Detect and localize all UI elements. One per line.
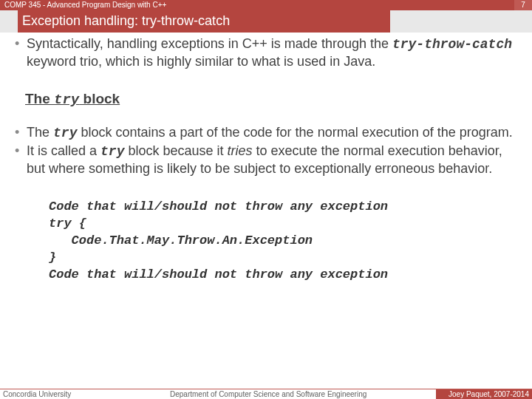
bullet-text: The try block contains a part of the cod… xyxy=(27,124,517,142)
footer-mid: Department of Computer Science and Softw… xyxy=(148,390,436,398)
section-heading: The try block xyxy=(25,90,517,109)
bullet-marker: • xyxy=(15,143,27,177)
text-span: The xyxy=(25,91,54,106)
text-span: keyword trio, which is highly similar to… xyxy=(27,54,375,69)
text-span: block contains a part of the code for th… xyxy=(77,125,512,140)
bullet-marker: • xyxy=(15,35,27,69)
text-span: It is called a xyxy=(27,143,100,158)
bullet-marker: • xyxy=(15,124,27,142)
keyword: try xyxy=(54,92,79,108)
title-spacer xyxy=(390,10,532,33)
bullet-text: Syntactically, handling exceptions in C+… xyxy=(27,35,517,69)
code-block: Code that will/should not throw any exce… xyxy=(49,199,517,284)
text-span: Syntactically, handling exceptions in C+… xyxy=(27,36,392,51)
italic-word: tries xyxy=(228,143,253,158)
bullet-2: • The try block contains a part of the c… xyxy=(15,124,517,142)
bullet-3: • It is called a try block because it tr… xyxy=(15,143,517,177)
title-bar: Exception handling: try-throw-catch xyxy=(0,10,532,33)
bullet-1: • Syntactically, handling exceptions in … xyxy=(15,35,517,69)
keyword: try xyxy=(53,126,77,140)
bullet-text: It is called a try block because it trie… xyxy=(27,143,517,177)
text-span: The xyxy=(27,125,53,140)
header-strip: COMP 345 - Advanced Program Design with … xyxy=(0,0,532,10)
keyword: try-throw-catch xyxy=(392,37,512,52)
slide-body: • Syntactically, handling exceptions in … xyxy=(0,33,532,284)
footer-right: Joey Paquet, 2007-2014 xyxy=(436,389,532,399)
footer-left: Concordia University xyxy=(0,390,148,398)
keyword: try xyxy=(100,144,124,159)
slide-title: Exception handling: try-throw-catch xyxy=(18,10,390,33)
text-span: block because it xyxy=(124,143,227,158)
slide-number: 7 xyxy=(514,0,532,10)
footer: Concordia University Department of Compu… xyxy=(0,389,532,399)
course-label: COMP 345 - Advanced Program Design with … xyxy=(0,0,514,10)
text-span: block xyxy=(79,91,120,106)
